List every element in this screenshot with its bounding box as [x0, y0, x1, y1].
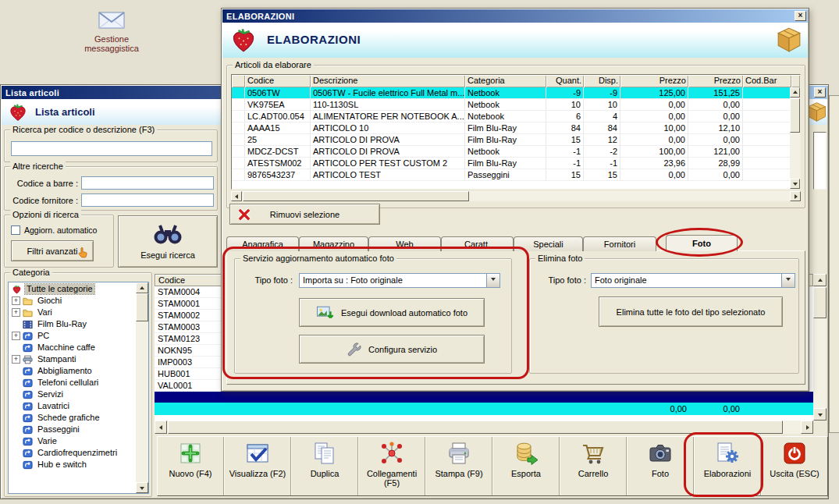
- tree-item-schede-grafiche[interactable]: Schede grafiche: [9, 412, 135, 424]
- codice-column-header[interactable]: Codice: [155, 275, 222, 286]
- elab-table-row[interactable]: MDCZ-DCSTARTICOLO DI PROVANetbook-1-2100…: [232, 146, 800, 158]
- scroll-thumb[interactable]: [813, 287, 827, 318]
- scroll-thumb[interactable]: [243, 191, 469, 201]
- search-input[interactable]: [11, 141, 212, 156]
- tab-caratt[interactable]: Caratt.: [441, 236, 514, 251]
- rimuovi-selezione-button[interactable]: Rimuovi selezione: [229, 204, 380, 225]
- elab-col-prezzo-6[interactable]: Prezzo: [688, 75, 743, 87]
- toolbar-uscita-esc[interactable]: Uscita (ESC): [761, 437, 827, 495]
- articoli-group-label: Articoli da elaborare: [233, 60, 314, 70]
- scroll-right-icon[interactable]: [801, 421, 813, 434]
- tree-item-tutte-le-categorie[interactable]: Tutte le categorie: [9, 283, 135, 295]
- fornitore-input[interactable]: [81, 193, 214, 207]
- tipo-foto-value: Importa su : Foto originale: [300, 274, 486, 287]
- links-icon: [379, 441, 404, 466]
- tree-item-pc[interactable]: +PC: [9, 330, 135, 342]
- elab-table-row[interactable]: VK975EA110-1130SLNetbook10100,000,00: [232, 99, 800, 111]
- scroll-up-icon[interactable]: [813, 274, 827, 286]
- tree-expander-icon[interactable]: +: [12, 308, 20, 317]
- tree-item-varie[interactable]: Varie: [9, 435, 135, 447]
- item-icon: [23, 378, 33, 388]
- chevron-down-icon[interactable]: [781, 274, 795, 287]
- tab-fornitori[interactable]: Fornitori: [583, 236, 656, 251]
- tree-expander-icon[interactable]: +: [12, 355, 20, 364]
- item-icon: [23, 437, 33, 446]
- toolbar-visualizza-f2[interactable]: Visualizza (F2): [224, 437, 291, 495]
- tree-expander-icon[interactable]: +: [12, 332, 20, 340]
- elab-table-row[interactable]: ATESTSM002ARTICOLO PER TEST CUSTOM 2Film…: [232, 158, 800, 169]
- barcode-input[interactable]: [81, 176, 214, 190]
- tree-item-film-blu-ray[interactable]: Film Blu-Ray: [9, 318, 135, 330]
- lista-vertical-scrollbar[interactable]: [813, 274, 827, 421]
- elimina-tipo-foto-combobox[interactable]: Foto originale: [591, 273, 795, 288]
- tree-item-hub-e-switch[interactable]: Hub e switch: [9, 459, 135, 470]
- tree-item-cardiofrequenzimetri[interactable]: Cardiofrequenzimetri: [9, 447, 135, 459]
- scroll-down-icon[interactable]: [813, 408, 827, 421]
- elab-col-categoria-2[interactable]: Categoria: [465, 75, 546, 87]
- lista-close-button[interactable]: ×: [814, 87, 826, 98]
- elab-table-row[interactable]: 9876543237ARTICOLO TESTPasseggini15150,0…: [232, 169, 800, 181]
- tree-item-lavatrici[interactable]: Lavatrici: [9, 400, 135, 412]
- elab-table-hscroll[interactable]: [231, 191, 801, 201]
- chevron-down-icon[interactable]: [486, 274, 499, 287]
- scroll-thumb[interactable]: [168, 421, 783, 434]
- filtri-avanzati-button[interactable]: Filtri avanzati: [11, 240, 94, 261]
- elab-col-disp-4[interactable]: Disp.: [584, 75, 620, 87]
- messaging-shortcut[interactable]: Gestione messaggistica: [80, 10, 143, 53]
- tab-foto[interactable]: Foto: [666, 235, 738, 251]
- auto-update-checkbox[interactable]: [11, 225, 20, 235]
- toolbar-esporta[interactable]: Esporta: [492, 437, 560, 495]
- tipo-foto-combobox[interactable]: Importa su : Foto originale: [299, 273, 500, 288]
- package-icon: [806, 101, 827, 122]
- selected-row-navy[interactable]: [155, 392, 813, 403]
- elab-table-row[interactable]: LC.ADT00.054ALIMENTATORE PER NOTEBOOK A.…: [232, 111, 800, 122]
- configura-servizio-button[interactable]: Configura servizio: [299, 335, 485, 364]
- toolbar-elaborazioni[interactable]: Elaborazioni: [694, 437, 761, 495]
- toolbar-carrello[interactable]: Carrello: [560, 437, 627, 495]
- scroll-up-icon[interactable]: [136, 282, 148, 293]
- toolbar-duplica[interactable]: Duplica: [291, 437, 358, 495]
- tab-anagrafica[interactable]: Anagrafica: [226, 236, 299, 251]
- toolbar-foto[interactable]: Foto: [627, 437, 694, 495]
- toolbar-collegamenti-f5[interactable]: Collegamenti (F5): [358, 437, 425, 495]
- scroll-thumb[interactable]: [136, 293, 148, 321]
- elab-titlebar[interactable]: ELABORAZIONI ×: [222, 9, 808, 23]
- esegui-ricerca-button[interactable]: Esegui ricerca: [118, 215, 218, 268]
- elab-col-codice-0[interactable]: Codice: [245, 75, 311, 87]
- scroll-up-icon[interactable]: [790, 87, 800, 98]
- elab-col-quant-3[interactable]: Quant.: [546, 75, 584, 87]
- tab-web[interactable]: Web: [368, 236, 441, 251]
- lista-horizontal-scrollbar[interactable]: [155, 421, 813, 434]
- scroll-right-icon[interactable]: [790, 191, 801, 201]
- scroll-left-icon[interactable]: [155, 421, 167, 434]
- elab-col-descrizione-1[interactable]: Descrizione: [311, 75, 465, 87]
- toolbar-stampa-f9[interactable]: Stampa (F9): [425, 437, 492, 495]
- tree-item-passeggini[interactable]: Passeggini: [9, 424, 135, 435]
- elab-col-cod-bar-7[interactable]: Cod.Bar: [743, 75, 791, 87]
- scroll-down-icon[interactable]: [790, 179, 800, 189]
- tree-item-stampanti[interactable]: +Stampanti: [9, 353, 135, 365]
- tab-speciali[interactable]: Speciali: [514, 236, 583, 251]
- scroll-left-icon[interactable]: [231, 191, 242, 201]
- tree-item-servizi[interactable]: Servizi: [9, 389, 135, 400]
- elab-close-button[interactable]: ×: [795, 11, 806, 21]
- tree-expander-icon[interactable]: +: [12, 296, 20, 305]
- elab-table-row[interactable]: 0506TW0506TW - Fucile elettrico Full Met…: [232, 87, 800, 99]
- tree-item-telefoni-cellulari[interactable]: Telefoni cellulari: [9, 377, 135, 389]
- tree-item-giochi[interactable]: +Giochi: [9, 295, 135, 307]
- elab-table-row[interactable]: AAAA15ARTICOLO 10Film Blu-Ray848410,0012…: [232, 122, 800, 134]
- elimina-foto-button[interactable]: Elimina tutte le foto del tipo seleziona…: [599, 296, 783, 327]
- tab-magazzino[interactable]: Magazzino: [299, 236, 368, 251]
- scroll-down-icon[interactable]: [136, 482, 148, 493]
- tree-item-vari[interactable]: +Vari: [9, 307, 135, 318]
- elab-table-vscroll[interactable]: [790, 87, 800, 189]
- toolbar-nuovo-f4[interactable]: Nuovo (F4): [158, 437, 224, 495]
- esegui-download-button[interactable]: Esegui download automatico foto: [299, 298, 485, 327]
- tree-scrollbar[interactable]: [136, 282, 148, 493]
- elab-table-row[interactable]: 25ARTICOLO DI PROVAFilm Blu-Ray15120,000…: [232, 134, 800, 146]
- elab-col-prezzo-5[interactable]: Prezzo: [620, 75, 688, 87]
- tree-item-abbigliamento[interactable]: Abbigliamento: [9, 365, 135, 377]
- scroll-thumb[interactable]: [790, 98, 800, 133]
- highlighted-row-cyan[interactable]: 0,00 0,00: [155, 403, 813, 415]
- tree-item-macchine-caffe[interactable]: Macchine caffe: [9, 342, 135, 353]
